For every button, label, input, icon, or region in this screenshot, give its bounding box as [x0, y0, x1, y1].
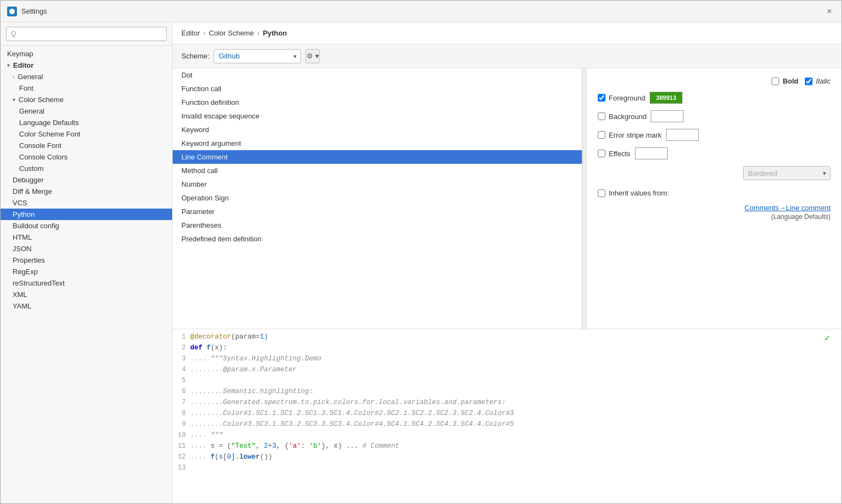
- line-content: @decorator(param=1): [190, 331, 820, 342]
- inherit-link[interactable]: Comments→Line comment: [745, 204, 831, 212]
- sidebar-item-debugger[interactable]: Debugger: [1, 174, 172, 186]
- token-param: s: [219, 453, 223, 461]
- error-stripe-color-box[interactable]: [666, 129, 699, 141]
- token-parentheses[interactable]: Parentheses: [173, 218, 582, 232]
- breadcrumb-sep2: ›: [257, 29, 260, 37]
- line-content: ........Color#3.SC3.1.SC3.2.SC3.3.SC3.4.…: [190, 419, 820, 430]
- sidebar-item-vcs[interactable]: VCS: [1, 197, 172, 209]
- token-parameter[interactable]: Parameter: [173, 205, 582, 218]
- effects-checkbox-wrap[interactable]: Effects: [598, 150, 631, 158]
- scheme-select[interactable]: Github Default Darcula Monokai: [214, 49, 301, 63]
- effects-select[interactable]: Bordered Underscored Bold Underscored Do…: [743, 166, 831, 180]
- line-number: 6: [173, 386, 190, 397]
- token-invalid-escape[interactable]: Invalid escape sequence: [173, 109, 582, 123]
- sidebar-item-custom[interactable]: Custom: [1, 163, 172, 174]
- token-dots: ....: [190, 355, 211, 363]
- sidebar-item-label: Buildout config: [13, 222, 59, 230]
- sidebar-item-label: RegExp: [13, 268, 38, 276]
- foreground-checkbox[interactable]: [598, 94, 605, 102]
- bold-checkbox-wrap[interactable]: Bold: [772, 77, 798, 85]
- titlebar: Settings ×: [1, 1, 841, 22]
- line-number: 13: [173, 463, 190, 473]
- token-line-comment[interactable]: Line Comment: [173, 150, 582, 164]
- divider[interactable]: [582, 68, 587, 329]
- sidebar-item-font[interactable]: Font: [1, 82, 172, 94]
- sidebar-item-console-colors[interactable]: Console Colors: [1, 151, 172, 163]
- token-keyword[interactable]: Keyword: [173, 123, 582, 137]
- effects-color-box[interactable]: [635, 147, 668, 159]
- sidebar-item-label: Font: [19, 84, 33, 92]
- line-content: .... f(s[0].lower()): [190, 452, 820, 463]
- token-keyword-argument[interactable]: Keyword argument: [173, 137, 582, 150]
- sidebar-item-regexp[interactable]: RegExp: [1, 266, 172, 277]
- token-number: 2: [264, 442, 268, 450]
- gear-button[interactable]: ⚙ ▾: [305, 49, 320, 63]
- sidebar-item-label: Color Scheme: [19, 96, 63, 104]
- inherit-checkbox-wrap[interactable]: Inherit values from:: [598, 189, 669, 197]
- error-stripe-checkbox-wrap[interactable]: Error stripe mark: [598, 131, 662, 139]
- sidebar-item-language-defaults[interactable]: Language Defaults: [1, 117, 172, 128]
- breadcrumb-editor: Editor: [181, 29, 200, 37]
- sidebar-item-buildout[interactable]: Buildout config: [1, 220, 172, 232]
- sidebar-item-colorscheme[interactable]: ▾ Color Scheme: [1, 94, 172, 105]
- foreground-color-box[interactable]: 389913: [650, 92, 682, 104]
- sidebar-item-color-scheme-font[interactable]: Color Scheme Font: [1, 128, 172, 140]
- sidebar-item-html[interactable]: HTML: [1, 232, 172, 243]
- token-dot[interactable]: Dot: [173, 68, 582, 82]
- sidebar-item-json[interactable]: JSON: [1, 243, 172, 254]
- token-key: 'a': [288, 442, 301, 450]
- foreground-checkbox-wrap[interactable]: Foreground: [598, 94, 645, 102]
- token-operation-sign[interactable]: Operation Sign: [173, 191, 582, 205]
- close-button[interactable]: ×: [824, 6, 835, 17]
- background-checkbox-wrap[interactable]: Background: [598, 112, 646, 121]
- sidebar-item-xml[interactable]: XML: [1, 289, 172, 300]
- sidebar-item-console-font[interactable]: Console Font: [1, 140, 172, 151]
- code-line-7: 7 ........Generated.spectrum.to.pick.col…: [173, 397, 820, 408]
- token-dots: ....: [190, 431, 211, 439]
- sidebar-item-yaml[interactable]: YAML: [1, 300, 172, 312]
- sidebar-item-properties[interactable]: Properties: [1, 254, 172, 266]
- token-predefined-item[interactable]: Predefined item definition: [173, 232, 582, 246]
- sidebar-item-python[interactable]: Python: [1, 209, 172, 220]
- sidebar-item-restructuredtext[interactable]: reStructuredText: [1, 277, 172, 289]
- properties-panel: Bold Italic Foreground 389913: [587, 68, 841, 329]
- token-method-call[interactable]: Method call: [173, 164, 582, 177]
- code-line-12: 12 .... f(s[0].lower()): [173, 452, 820, 463]
- italic-checkbox[interactable]: [805, 78, 812, 85]
- effects-checkbox[interactable]: [598, 150, 605, 157]
- sidebar-item-label: Properties: [13, 256, 45, 264]
- token-comment: Generated.spectrum.to.pick.colors.for.lo…: [223, 399, 506, 406]
- error-stripe-checkbox[interactable]: [598, 131, 605, 139]
- token-number[interactable]: Number: [173, 177, 582, 191]
- line-number: 5: [173, 375, 190, 386]
- token-function-definition[interactable]: Function definition: [173, 96, 582, 109]
- sidebar-item-keymap[interactable]: Keymap: [1, 48, 172, 60]
- error-stripe-row: Error stripe mark: [598, 129, 831, 141]
- token-comment: # Comment: [362, 442, 399, 450]
- token-comment: """Syntax.Highlighting.Demo: [211, 355, 322, 363]
- italic-checkbox-wrap[interactable]: Italic: [805, 77, 831, 85]
- app-icon: [7, 7, 17, 16]
- token-function-call[interactable]: Function call: [173, 82, 582, 96]
- sidebar-item-diff-merge[interactable]: Diff & Merge: [1, 186, 172, 197]
- inherit-checkbox[interactable]: [598, 189, 605, 197]
- sidebar-item-cs-general[interactable]: General: [1, 105, 172, 117]
- background-checkbox[interactable]: [598, 112, 605, 120]
- sidebar-item-label: Diff & Merge: [13, 187, 52, 195]
- line-number: 8: [173, 408, 190, 419]
- token-comment: Color#1.SC1.1.SC1.2.SC1.3.SC1.4.Color#2.…: [223, 410, 514, 417]
- italic-label: Italic: [816, 77, 831, 85]
- bold-checkbox[interactable]: [772, 78, 779, 85]
- background-color-box[interactable]: [651, 110, 684, 122]
- search-input[interactable]: [6, 27, 167, 41]
- effects-select-wrap: Bordered Underscored Bold Underscored Do…: [743, 166, 831, 180]
- sidebar-item-editor[interactable]: ▾ Editor: [1, 60, 172, 71]
- preview-panel: 1 @decorator(param=1) 2 def f(x):: [173, 329, 841, 503]
- effects-row: Effects: [598, 147, 831, 159]
- sidebar-item-label: JSON: [13, 245, 32, 253]
- token-method: lower: [239, 453, 260, 461]
- format-row: Bold Italic: [598, 77, 831, 85]
- token-dots: ........: [190, 420, 223, 428]
- line-content: .... """: [190, 430, 820, 441]
- sidebar-item-general[interactable]: › General: [1, 71, 172, 82]
